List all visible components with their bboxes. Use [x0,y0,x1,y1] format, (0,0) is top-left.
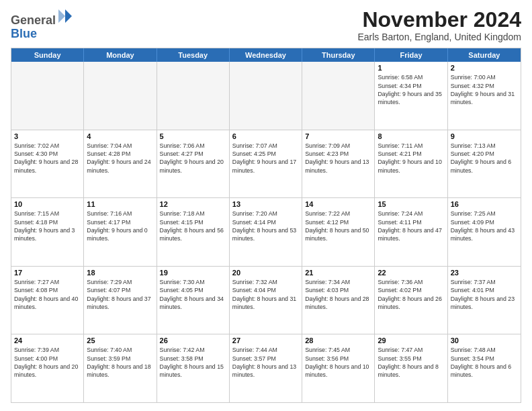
cal-cell: 1Sunrise: 6:58 AM Sunset: 4:34 PM Daylig… [375,62,447,130]
page: General Blue November 2024 Earls Barton,… [0,0,532,411]
cal-cell: 5Sunrise: 7:06 AM Sunset: 4:27 PM Daylig… [157,130,230,198]
day-detail: Sunrise: 7:15 AM Sunset: 4:18 PM Dayligh… [14,210,81,242]
cal-cell [302,62,375,130]
cal-cell: 15Sunrise: 7:24 AM Sunset: 4:11 PM Dayli… [375,198,447,266]
day-number: 8 [378,132,444,140]
day-detail: Sunrise: 7:37 AM Sunset: 4:01 PM Dayligh… [451,278,518,311]
day-number: 6 [232,132,299,140]
logo-text: General [11,8,73,28]
cal-row-0: 1Sunrise: 6:58 AM Sunset: 4:34 PM Daylig… [11,62,521,130]
day-detail: Sunrise: 7:42 AM Sunset: 3:58 PM Dayligh… [160,346,226,379]
day-number: 11 [87,200,153,208]
cal-header-cell-sunday: Sunday [11,48,84,62]
logo-general: General [11,13,56,27]
day-number: 7 [305,132,371,140]
day-number: 10 [14,200,81,208]
day-detail: Sunrise: 7:09 AM Sunset: 4:23 PM Dayligh… [305,142,371,175]
cal-header-cell-thursday: Thursday [302,48,375,62]
cal-cell: 28Sunrise: 7:45 AM Sunset: 3:56 PM Dayli… [302,334,375,402]
day-number: 1 [378,64,444,72]
day-number: 30 [451,336,518,345]
day-number: 19 [160,269,226,277]
cal-cell: 24Sunrise: 7:39 AM Sunset: 4:00 PM Dayli… [11,334,84,402]
svg-marker-1 [58,9,65,23]
day-detail: Sunrise: 7:45 AM Sunset: 3:56 PM Dayligh… [305,346,371,379]
cal-cell: 26Sunrise: 7:42 AM Sunset: 3:58 PM Dayli… [157,334,230,402]
day-number: 25 [87,336,153,345]
day-number: 23 [451,269,518,277]
day-detail: Sunrise: 7:24 AM Sunset: 4:11 PM Dayligh… [378,210,444,242]
cal-header-cell-monday: Monday [84,48,157,62]
svg-marker-0 [65,9,72,23]
day-detail: Sunrise: 7:36 AM Sunset: 4:02 PM Dayligh… [378,278,444,311]
day-detail: Sunrise: 7:34 AM Sunset: 4:03 PM Dayligh… [305,278,371,311]
location: Earls Barton, England, United Kingdom [357,32,521,42]
day-detail: Sunrise: 7:11 AM Sunset: 4:21 PM Dayligh… [378,142,444,175]
cal-cell: 16Sunrise: 7:25 AM Sunset: 4:09 PM Dayli… [448,198,521,266]
day-detail: Sunrise: 7:30 AM Sunset: 4:05 PM Dayligh… [160,278,226,311]
cal-cell [157,62,230,130]
day-detail: Sunrise: 7:02 AM Sunset: 4:30 PM Dayligh… [14,142,81,175]
day-number: 9 [451,132,518,140]
cal-cell [84,62,157,130]
day-number: 21 [305,269,371,277]
cal-cell: 10Sunrise: 7:15 AM Sunset: 4:18 PM Dayli… [11,198,84,266]
logo-blue: Blue [11,27,37,40]
day-number: 26 [160,336,226,345]
cal-cell: 17Sunrise: 7:27 AM Sunset: 4:08 PM Dayli… [11,267,84,334]
cal-header-cell-friday: Friday [375,48,447,62]
cal-row-1: 3Sunrise: 7:02 AM Sunset: 4:30 PM Daylig… [11,130,521,199]
cal-cell [230,62,302,130]
day-detail: Sunrise: 7:16 AM Sunset: 4:17 PM Dayligh… [87,210,153,242]
logo-icon [57,8,73,24]
day-detail: Sunrise: 7:18 AM Sunset: 4:15 PM Dayligh… [160,210,226,242]
day-number: 15 [378,200,444,208]
day-detail: Sunrise: 7:27 AM Sunset: 4:08 PM Dayligh… [14,278,81,311]
cal-cell: 20Sunrise: 7:32 AM Sunset: 4:04 PM Dayli… [230,267,302,334]
header: General Blue November 2024 Earls Barton,… [11,8,521,42]
cal-cell: 8Sunrise: 7:11 AM Sunset: 4:21 PM Daylig… [375,130,447,198]
cal-cell: 19Sunrise: 7:30 AM Sunset: 4:05 PM Dayli… [157,267,230,334]
cal-cell: 18Sunrise: 7:29 AM Sunset: 4:07 PM Dayli… [84,267,157,334]
day-detail: Sunrise: 7:25 AM Sunset: 4:09 PM Dayligh… [451,210,518,242]
calendar: SundayMondayTuesdayWednesdayThursdayFrid… [11,48,521,403]
day-detail: Sunrise: 7:48 AM Sunset: 3:54 PM Dayligh… [451,346,518,379]
day-detail: Sunrise: 7:04 AM Sunset: 4:28 PM Dayligh… [87,142,153,175]
day-number: 4 [87,132,153,140]
day-number: 3 [14,132,81,140]
day-detail: Sunrise: 6:58 AM Sunset: 4:34 PM Dayligh… [378,73,444,106]
cal-cell [11,62,84,130]
title-block: November 2024 Earls Barton, England, Uni… [357,8,521,42]
cal-cell: 2Sunrise: 7:00 AM Sunset: 4:32 PM Daylig… [448,62,521,130]
day-number: 16 [451,200,518,208]
calendar-header: SundayMondayTuesdayWednesdayThursdayFrid… [11,48,521,62]
day-detail: Sunrise: 7:29 AM Sunset: 4:07 PM Dayligh… [87,278,153,311]
cal-cell: 11Sunrise: 7:16 AM Sunset: 4:17 PM Dayli… [84,198,157,266]
day-number: 27 [232,336,299,345]
logo: General Blue [11,8,73,41]
cal-cell: 9Sunrise: 7:13 AM Sunset: 4:20 PM Daylig… [448,130,521,198]
day-detail: Sunrise: 7:39 AM Sunset: 4:00 PM Dayligh… [14,346,81,379]
calendar-body: 1Sunrise: 6:58 AM Sunset: 4:34 PM Daylig… [11,62,521,402]
day-number: 12 [160,200,226,208]
month-title: November 2024 [357,8,521,32]
cal-cell: 3Sunrise: 7:02 AM Sunset: 4:30 PM Daylig… [11,130,84,198]
day-number: 13 [232,200,299,208]
day-detail: Sunrise: 7:07 AM Sunset: 4:25 PM Dayligh… [232,142,299,175]
day-detail: Sunrise: 7:20 AM Sunset: 4:14 PM Dayligh… [232,210,299,242]
day-detail: Sunrise: 7:22 AM Sunset: 4:12 PM Dayligh… [305,210,371,242]
day-number: 22 [378,269,444,277]
day-number: 20 [232,269,299,277]
cal-row-4: 24Sunrise: 7:39 AM Sunset: 4:00 PM Dayli… [11,334,521,402]
day-detail: Sunrise: 7:44 AM Sunset: 3:57 PM Dayligh… [232,346,299,379]
day-number: 24 [14,336,81,345]
cal-cell: 6Sunrise: 7:07 AM Sunset: 4:25 PM Daylig… [230,130,302,198]
cal-cell: 7Sunrise: 7:09 AM Sunset: 4:23 PM Daylig… [302,130,375,198]
day-detail: Sunrise: 7:47 AM Sunset: 3:55 PM Dayligh… [378,346,444,379]
day-number: 2 [451,64,518,72]
day-number: 28 [305,336,371,345]
logo-blue-text: Blue [11,28,73,41]
cal-cell: 21Sunrise: 7:34 AM Sunset: 4:03 PM Dayli… [302,267,375,334]
cal-cell: 12Sunrise: 7:18 AM Sunset: 4:15 PM Dayli… [157,198,230,266]
cal-cell: 14Sunrise: 7:22 AM Sunset: 4:12 PM Dayli… [302,198,375,266]
